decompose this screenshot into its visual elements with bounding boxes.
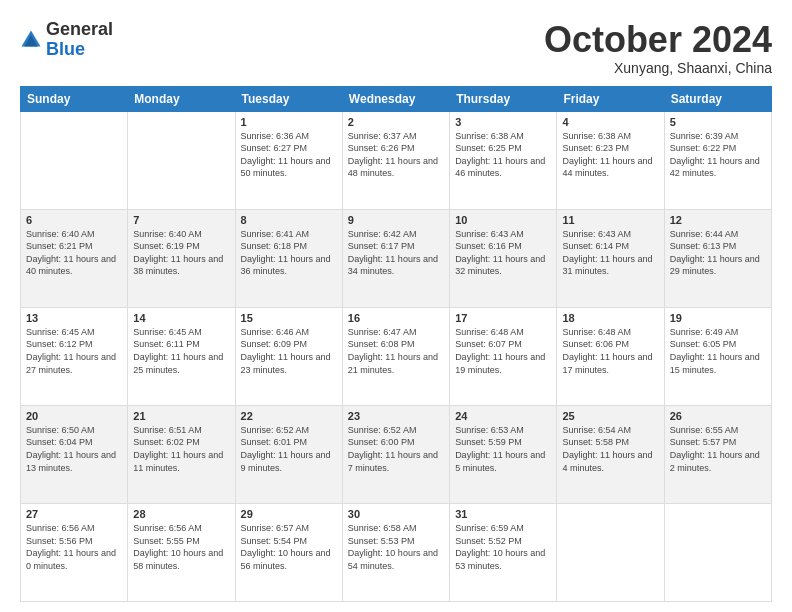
day-info: Sunrise: 6:52 AM Sunset: 6:01 PM Dayligh… [241,424,337,474]
table-row [557,503,664,601]
logo-icon [20,29,42,51]
day-info: Sunrise: 6:56 AM Sunset: 5:55 PM Dayligh… [133,522,229,572]
day-number: 21 [133,410,229,422]
month-title: October 2024 [544,20,772,60]
table-row: 23Sunrise: 6:52 AM Sunset: 6:00 PM Dayli… [342,405,449,503]
day-info: Sunrise: 6:58 AM Sunset: 5:53 PM Dayligh… [348,522,444,572]
logo-general: General Blue [46,20,113,60]
day-info: Sunrise: 6:48 AM Sunset: 6:06 PM Dayligh… [562,326,658,376]
table-row: 19Sunrise: 6:49 AM Sunset: 6:05 PM Dayli… [664,307,771,405]
day-number: 5 [670,116,766,128]
day-info: Sunrise: 6:45 AM Sunset: 6:12 PM Dayligh… [26,326,122,376]
table-row: 5Sunrise: 6:39 AM Sunset: 6:22 PM Daylig… [664,111,771,209]
day-info: Sunrise: 6:40 AM Sunset: 6:21 PM Dayligh… [26,228,122,278]
day-number: 12 [670,214,766,226]
day-number: 19 [670,312,766,324]
day-number: 31 [455,508,551,520]
calendar-header-row: Sunday Monday Tuesday Wednesday Thursday… [21,86,772,111]
day-number: 1 [241,116,337,128]
day-number: 18 [562,312,658,324]
day-info: Sunrise: 6:42 AM Sunset: 6:17 PM Dayligh… [348,228,444,278]
col-thursday: Thursday [450,86,557,111]
col-friday: Friday [557,86,664,111]
day-number: 27 [26,508,122,520]
table-row: 20Sunrise: 6:50 AM Sunset: 6:04 PM Dayli… [21,405,128,503]
calendar-week-row: 1Sunrise: 6:36 AM Sunset: 6:27 PM Daylig… [21,111,772,209]
day-info: Sunrise: 6:43 AM Sunset: 6:14 PM Dayligh… [562,228,658,278]
day-info: Sunrise: 6:57 AM Sunset: 5:54 PM Dayligh… [241,522,337,572]
day-info: Sunrise: 6:49 AM Sunset: 6:05 PM Dayligh… [670,326,766,376]
col-wednesday: Wednesday [342,86,449,111]
day-info: Sunrise: 6:52 AM Sunset: 6:00 PM Dayligh… [348,424,444,474]
table-row: 7Sunrise: 6:40 AM Sunset: 6:19 PM Daylig… [128,209,235,307]
col-saturday: Saturday [664,86,771,111]
calendar-week-row: 13Sunrise: 6:45 AM Sunset: 6:12 PM Dayli… [21,307,772,405]
day-number: 6 [26,214,122,226]
day-info: Sunrise: 6:53 AM Sunset: 5:59 PM Dayligh… [455,424,551,474]
title-section: October 2024 Xunyang, Shaanxi, China [544,20,772,76]
day-info: Sunrise: 6:41 AM Sunset: 6:18 PM Dayligh… [241,228,337,278]
day-number: 30 [348,508,444,520]
col-sunday: Sunday [21,86,128,111]
header: General Blue October 2024 Xunyang, Shaan… [20,20,772,76]
day-number: 7 [133,214,229,226]
day-number: 20 [26,410,122,422]
calendar-week-row: 20Sunrise: 6:50 AM Sunset: 6:04 PM Dayli… [21,405,772,503]
table-row: 14Sunrise: 6:45 AM Sunset: 6:11 PM Dayli… [128,307,235,405]
table-row: 21Sunrise: 6:51 AM Sunset: 6:02 PM Dayli… [128,405,235,503]
day-info: Sunrise: 6:38 AM Sunset: 6:23 PM Dayligh… [562,130,658,180]
day-info: Sunrise: 6:46 AM Sunset: 6:09 PM Dayligh… [241,326,337,376]
table-row: 16Sunrise: 6:47 AM Sunset: 6:08 PM Dayli… [342,307,449,405]
day-number: 10 [455,214,551,226]
table-row: 11Sunrise: 6:43 AM Sunset: 6:14 PM Dayli… [557,209,664,307]
day-number: 24 [455,410,551,422]
table-row: 22Sunrise: 6:52 AM Sunset: 6:01 PM Dayli… [235,405,342,503]
table-row: 1Sunrise: 6:36 AM Sunset: 6:27 PM Daylig… [235,111,342,209]
day-info: Sunrise: 6:38 AM Sunset: 6:25 PM Dayligh… [455,130,551,180]
table-row: 24Sunrise: 6:53 AM Sunset: 5:59 PM Dayli… [450,405,557,503]
day-info: Sunrise: 6:54 AM Sunset: 5:58 PM Dayligh… [562,424,658,474]
day-number: 3 [455,116,551,128]
table-row: 8Sunrise: 6:41 AM Sunset: 6:18 PM Daylig… [235,209,342,307]
day-number: 29 [241,508,337,520]
day-number: 25 [562,410,658,422]
day-number: 15 [241,312,337,324]
day-info: Sunrise: 6:43 AM Sunset: 6:16 PM Dayligh… [455,228,551,278]
table-row: 4Sunrise: 6:38 AM Sunset: 6:23 PM Daylig… [557,111,664,209]
day-info: Sunrise: 6:50 AM Sunset: 6:04 PM Dayligh… [26,424,122,474]
day-number: 13 [26,312,122,324]
calendar-week-row: 27Sunrise: 6:56 AM Sunset: 5:56 PM Dayli… [21,503,772,601]
col-monday: Monday [128,86,235,111]
table-row: 15Sunrise: 6:46 AM Sunset: 6:09 PM Dayli… [235,307,342,405]
table-row: 27Sunrise: 6:56 AM Sunset: 5:56 PM Dayli… [21,503,128,601]
day-number: 11 [562,214,658,226]
table-row [128,111,235,209]
calendar-week-row: 6Sunrise: 6:40 AM Sunset: 6:21 PM Daylig… [21,209,772,307]
day-info: Sunrise: 6:55 AM Sunset: 5:57 PM Dayligh… [670,424,766,474]
table-row: 26Sunrise: 6:55 AM Sunset: 5:57 PM Dayli… [664,405,771,503]
day-info: Sunrise: 6:37 AM Sunset: 6:26 PM Dayligh… [348,130,444,180]
day-info: Sunrise: 6:39 AM Sunset: 6:22 PM Dayligh… [670,130,766,180]
table-row: 9Sunrise: 6:42 AM Sunset: 6:17 PM Daylig… [342,209,449,307]
table-row: 28Sunrise: 6:56 AM Sunset: 5:55 PM Dayli… [128,503,235,601]
logo: General Blue [20,20,113,60]
day-number: 22 [241,410,337,422]
day-info: Sunrise: 6:47 AM Sunset: 6:08 PM Dayligh… [348,326,444,376]
day-number: 2 [348,116,444,128]
table-row: 6Sunrise: 6:40 AM Sunset: 6:21 PM Daylig… [21,209,128,307]
calendar-table: Sunday Monday Tuesday Wednesday Thursday… [20,86,772,602]
day-info: Sunrise: 6:36 AM Sunset: 6:27 PM Dayligh… [241,130,337,180]
day-number: 26 [670,410,766,422]
table-row [21,111,128,209]
table-row: 12Sunrise: 6:44 AM Sunset: 6:13 PM Dayli… [664,209,771,307]
day-number: 9 [348,214,444,226]
day-number: 8 [241,214,337,226]
table-row: 17Sunrise: 6:48 AM Sunset: 6:07 PM Dayli… [450,307,557,405]
table-row [664,503,771,601]
day-number: 4 [562,116,658,128]
table-row: 25Sunrise: 6:54 AM Sunset: 5:58 PM Dayli… [557,405,664,503]
table-row: 13Sunrise: 6:45 AM Sunset: 6:12 PM Dayli… [21,307,128,405]
table-row: 31Sunrise: 6:59 AM Sunset: 5:52 PM Dayli… [450,503,557,601]
day-info: Sunrise: 6:40 AM Sunset: 6:19 PM Dayligh… [133,228,229,278]
day-number: 23 [348,410,444,422]
